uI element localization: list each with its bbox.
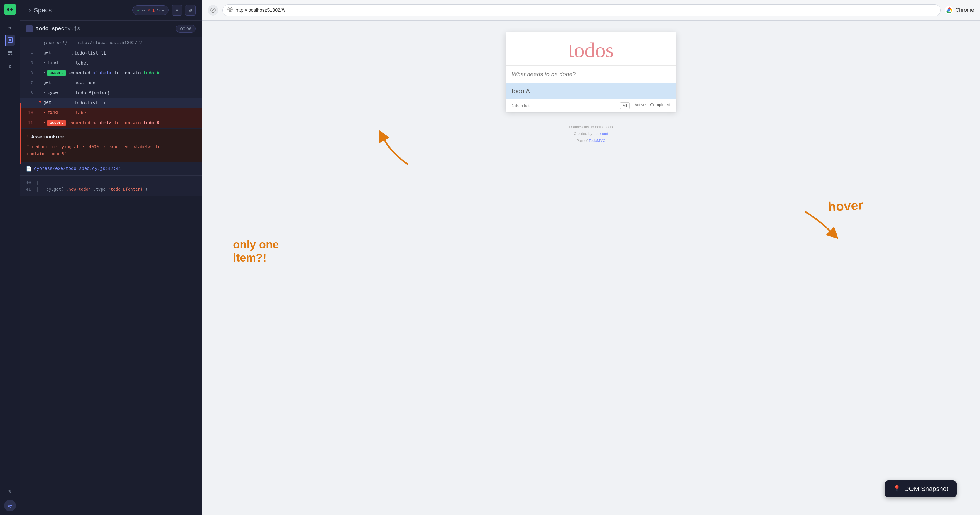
file-icon: 📄 [26,166,32,172]
selector-playground-icon [7,37,13,44]
browser-back-button[interactable] [208,5,218,16]
security-icon [228,7,233,13]
test-output[interactable]: (new url) http://localhost:51302/#/ 4 ge… [20,37,202,515]
todo-footer: 1 item left All Active Completed [506,99,676,112]
logo-dot-2 [10,8,13,11]
header-controls: ✓ -- ✕ 1 ↻ -- ▾ ↺ [132,5,196,16]
assert-pass-badge: assert [47,70,66,76]
dom-snapshot-pin-icon: 📍 [893,485,901,493]
one-item-annotation: only oneitem?! [233,238,279,265]
header: ⇒ Specs ✓ -- ✕ 1 ↻ -- ▾ ↺ [20,0,202,21]
arrow-up-icon [373,129,414,167]
filter-active[interactable]: Active [634,102,646,109]
sidebar-item-settings[interactable]: ⚙ [5,61,15,72]
chevron-down-icon: ▾ [175,7,179,13]
footnote-1: Double-click to edit a todo [569,124,613,130]
fail-count: 1 [152,8,154,13]
code-line-5: 5 - find label [20,58,202,68]
dom-snapshot-label: DOM Snapshot [904,485,948,493]
sidebar-logo [4,3,16,15]
sidebar-item-selector-playground[interactable] [5,35,15,46]
browser-header: http://localhost:51302/#/ Chrome [202,0,980,21]
footnote-3: Part of TodoMVC [569,137,613,144]
sidebar-item-test-list[interactable] [5,48,15,59]
svg-line-5 [11,54,12,55]
spec-file-name: todo_spec [36,26,64,32]
refresh-button[interactable]: ↺ [185,5,196,16]
todo-filters: All Active Completed [620,102,670,109]
footnote-2: Created by petehunt [569,130,613,137]
sidebar-bottom: ⌘ cy [4,486,16,512]
svg-point-6 [211,8,215,13]
error-icon: ! [27,134,29,140]
chrome-logo-icon [945,6,953,14]
todo-count: 1 item left [512,103,620,108]
file-ref-block: 📄 cypress/e2e/todo_spec.cy.js:42:41 [20,162,202,175]
check-icon: ✓ [137,7,140,13]
spec-duration: 00:06 [176,25,196,33]
todos-title: todos [506,32,676,65]
page-title: Specs [34,6,52,14]
command-icon: ⌘ [8,488,11,495]
browser-url-text: http://localhost:51302/#/ [235,8,285,13]
code-line-7: 7 get .new-todo [20,78,202,88]
code-line-9: 📍 get .todo-list li [20,98,202,108]
logo-dot-1 [7,8,10,11]
dom-snapshot-button[interactable]: 📍 DOM Snapshot [885,480,956,498]
svg-rect-1 [9,39,11,41]
snippet-line-40: 40 | [26,179,196,186]
file-ref-link[interactable]: 📄 cypress/e2e/todo_spec.cy.js:42:41 [26,166,196,172]
code-line-8: 8 - type todo B{enter} [20,88,202,98]
code-area: (new url) http://localhost:51302/#/ 4 ge… [20,37,202,129]
browser-name: Chrome [955,7,974,13]
filter-completed[interactable]: Completed [650,102,670,109]
command-menu-button[interactable]: ⌘ [5,486,15,497]
assert-fail-badge: assert [47,120,66,126]
todos-input[interactable] [506,66,676,83]
code-line-6: 6 - assert expected <label> to contain t… [20,68,202,78]
todo-item-0: todo A [506,83,676,99]
todos-footnotes: Double-click to edit a todo Created by p… [569,124,613,144]
test-list-icon [7,50,13,57]
header-nav-icon: ⇒ [26,7,31,14]
sidebar-item-specs[interactable]: ⇒ [5,22,15,33]
code-line-10: 10 - find label [20,108,202,118]
dropdown-button[interactable]: ▾ [172,5,182,16]
cypress-logo: cy [4,500,16,512]
error-title: ! AssertionError [27,134,196,140]
browser-url-bar[interactable]: http://localhost:51302/#/ [223,5,941,16]
pending-count-dash: -- [162,8,164,13]
hover-annotation: hover [828,198,864,214]
error-message: Timed out retrying after 4000ms: expecte… [27,143,196,157]
header-title-area: ⇒ Specs [26,6,52,14]
browser-ext-area: Chrome [945,6,974,14]
main-panel: ⇒ Specs ✓ -- ✕ 1 ↻ -- ▾ ↺ ≡ todo_spec cy… [20,0,202,515]
snippet-line-41: 41 | cy.get('.new-todo').type('todo B{en… [26,186,196,193]
code-line-newurl: (new url) http://localhost:51302/#/ [20,38,202,48]
pass-count-dash: -- [142,8,145,13]
code-snippet: 40 | 41 | cy.get('.new-todo').type('todo… [20,175,202,197]
error-block: ! AssertionError Timed out retrying afte… [20,129,202,162]
filter-all[interactable]: All [620,102,630,109]
loading-icon: ↻ [156,8,160,13]
status-pill: ✓ -- ✕ 1 ↻ -- [132,5,169,15]
sidebar: ⇒ ⚙ ⌘ cy [0,0,20,515]
spec-file-header: ≡ todo_spec cy.js 00:06 [20,21,202,37]
browser-panel: http://localhost:51302/#/ Chrome todos t… [202,0,980,515]
red-status-bar [20,103,21,164]
todos-input-area [506,65,676,83]
spec-file-ext: cy.js [64,26,80,32]
arrow-down-icon [802,208,840,241]
refresh-icon: ↺ [189,7,192,13]
settings-icon: ⚙ [8,63,11,70]
app-preview: todos todo A 1 item left All Active Comp… [202,21,980,515]
code-line-4: 4 get .todo-list li [20,48,202,58]
spec-file-icon: ≡ [26,25,33,32]
logo-dots [7,8,13,11]
specs-icon: ⇒ [8,24,11,31]
fail-icon: ✕ [147,7,151,13]
code-line-11: 11 - assert expected <label> to contain … [20,118,202,128]
svg-point-13 [948,9,950,11]
todo-item-text-0: todo A [512,87,530,95]
todos-app: todos todo A 1 item left All Active Comp… [506,32,676,112]
